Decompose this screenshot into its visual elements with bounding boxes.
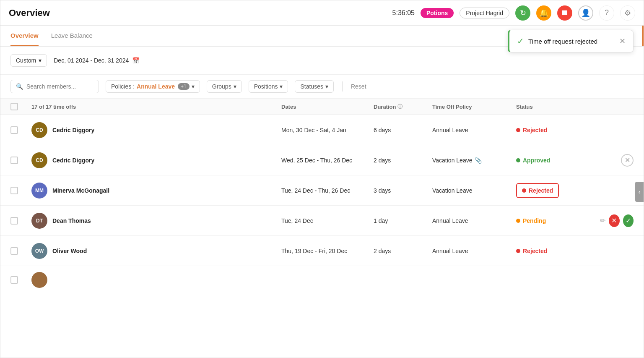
policy-3: Vacation Leave bbox=[432, 187, 516, 194]
main-content: Overview Leave Balance ✓ Time off reques… bbox=[0, 26, 644, 358]
dates-5: Thu, 19 Dec - Fri, 20 Dec bbox=[281, 248, 374, 254]
status-3: Rejected bbox=[516, 183, 559, 198]
search-input[interactable] bbox=[26, 83, 93, 90]
table-row: CD Cedric Diggory Mon, 30 Dec - Sat, 4 J… bbox=[0, 115, 644, 145]
status-label-2: Approved bbox=[523, 157, 550, 164]
info-icon: ⓘ bbox=[397, 103, 402, 110]
status-5: Rejected bbox=[516, 248, 600, 254]
attachment-icon: 📎 bbox=[475, 157, 482, 164]
status-cell-highlighted: Rejected bbox=[516, 183, 600, 198]
date-range-picker[interactable]: Dec, 01 2024 - Dec, 31 2024 📅 bbox=[54, 57, 139, 64]
member-cell-1: CD Cedric Diggory bbox=[31, 122, 281, 138]
status-label-5: Rejected bbox=[523, 248, 547, 254]
top-bar: Overview 5:36:05 Potions Project Hagrid … bbox=[0, 0, 644, 26]
actions-2[interactable]: ✕ bbox=[600, 154, 634, 167]
status-dot-1 bbox=[516, 128, 520, 132]
actions-4[interactable]: ✏ ✕ ✓ bbox=[600, 214, 634, 227]
reset-button[interactable]: Reset bbox=[351, 83, 366, 90]
search-icon: 🔍 bbox=[16, 83, 23, 90]
avatar-4: DT bbox=[31, 213, 47, 229]
duration-2: 2 days bbox=[374, 157, 432, 164]
toast-check-icon: ✓ bbox=[517, 36, 524, 46]
record-button[interactable]: ⏹ bbox=[557, 5, 572, 21]
duration-header: Duration ⓘ bbox=[374, 103, 432, 110]
user-icon: 👤 bbox=[581, 8, 590, 18]
table-row: CD Cedric Diggory Wed, 25 Dec - Thu, 26 … bbox=[0, 145, 644, 175]
count-text: 17 of 17 time offs bbox=[31, 104, 76, 110]
notification-button[interactable]: 🔔 bbox=[536, 5, 551, 21]
statuses-filter[interactable]: Statuses ▾ bbox=[295, 80, 333, 93]
chevron-down-icon: ▾ bbox=[39, 57, 42, 64]
toast-close-button[interactable]: ✕ bbox=[619, 37, 626, 46]
custom-label: Custom bbox=[16, 57, 36, 64]
status-2: Approved bbox=[516, 157, 600, 164]
cancel-button-2[interactable]: ✕ bbox=[621, 154, 634, 167]
row-checkbox-3[interactable] bbox=[10, 187, 31, 194]
status-4: Pending bbox=[516, 217, 600, 224]
member-name-4: Dean Thomas bbox=[52, 217, 91, 224]
duration-4: 1 day bbox=[374, 217, 432, 224]
sync-button[interactable]: ↻ bbox=[515, 5, 530, 21]
dates-3: Tue, 24 Dec - Thu, 26 Dec bbox=[281, 187, 374, 194]
table-row: MM Minerva McGonagall Tue, 24 Dec - Thu,… bbox=[0, 175, 644, 206]
member-name-5: Oliver Wood bbox=[52, 248, 87, 254]
chevron-down-icon: ▾ bbox=[280, 83, 283, 90]
status-dot-3 bbox=[522, 188, 526, 193]
row-checkbox-4[interactable] bbox=[10, 217, 31, 225]
status-label-3: Rejected bbox=[529, 187, 553, 194]
table-header: 17 of 17 time offs Dates Duration ⓘ Time… bbox=[0, 99, 644, 115]
edit-button-4[interactable]: ✏ bbox=[600, 217, 605, 225]
row-checkbox-5[interactable] bbox=[10, 247, 31, 255]
tab-overview[interactable]: Overview bbox=[10, 26, 39, 46]
settings-button[interactable]: ⚙ bbox=[620, 5, 635, 21]
row-checkbox-1[interactable] bbox=[10, 126, 31, 134]
groups-filter[interactable]: Groups ▾ bbox=[207, 80, 242, 93]
member-cell-2: CD Cedric Diggory bbox=[31, 152, 281, 168]
search-filter-row: 🔍 Policies : Annual Leave +1 ▾ Groups ▾ … bbox=[0, 75, 644, 99]
tab-leave-balance[interactable]: Leave Balance bbox=[51, 26, 93, 46]
policy-1: Annual Leave bbox=[432, 127, 516, 133]
row-checkbox-6[interactable] bbox=[10, 276, 31, 284]
chevron-left-icon: ‹ bbox=[639, 188, 641, 195]
avatar-1: CD bbox=[31, 122, 47, 138]
member-name-2: Cedric Diggory bbox=[52, 157, 94, 164]
policies-filter[interactable]: Policies : Annual Leave +1 ▾ bbox=[106, 80, 200, 93]
policy-2: Vacation Leave 📎 bbox=[432, 157, 516, 164]
policy-5: Annual Leave bbox=[432, 248, 516, 254]
positions-label: Positions bbox=[254, 83, 278, 90]
side-collapse-button[interactable]: ‹ bbox=[635, 182, 644, 202]
settings-icon: ⚙ bbox=[624, 8, 631, 18]
status-1: Rejected bbox=[516, 127, 600, 133]
project-hagrid[interactable]: Project Hagrid bbox=[460, 8, 509, 18]
policy-4: Annual Leave bbox=[432, 217, 516, 224]
table-row: OW Oliver Wood Thu, 19 Dec - Fri, 20 Dec… bbox=[0, 236, 644, 266]
duration-5: 2 days bbox=[374, 248, 432, 254]
duration-1: 6 days bbox=[374, 127, 432, 133]
approve-button-4[interactable]: ✓ bbox=[623, 214, 634, 227]
help-button[interactable]: ? bbox=[599, 5, 614, 21]
groups-label: Groups bbox=[212, 83, 231, 90]
table-row-partial bbox=[0, 266, 644, 294]
reject-button-4[interactable]: ✕ bbox=[609, 214, 620, 227]
member-cell-6 bbox=[31, 272, 281, 288]
avatar-6 bbox=[31, 272, 47, 288]
status-header: Status bbox=[516, 104, 600, 110]
sync-icon: ↻ bbox=[520, 8, 526, 18]
date-range-text: Dec, 01 2024 - Dec, 31 2024 bbox=[54, 57, 129, 64]
member-cell-3: MM Minerva McGonagall bbox=[31, 183, 281, 199]
duration-3: 3 days bbox=[374, 187, 432, 194]
row-checkbox-2[interactable] bbox=[10, 157, 31, 164]
custom-dropdown[interactable]: Custom ▾ bbox=[10, 54, 47, 67]
help-icon: ? bbox=[605, 8, 609, 17]
policies-label: Policies : bbox=[111, 83, 135, 90]
toast-notification: ✓ Time off request rejected ✕ bbox=[508, 30, 634, 52]
bell-icon: 🔔 bbox=[539, 8, 548, 18]
potions-badge[interactable]: Potions bbox=[421, 8, 454, 18]
positions-filter[interactable]: Positions ▾ bbox=[249, 80, 288, 93]
status-label-4: Pending bbox=[523, 217, 546, 224]
search-box[interactable]: 🔍 bbox=[10, 80, 99, 93]
user-button[interactable]: 👤 bbox=[578, 5, 593, 21]
select-all-checkbox[interactable] bbox=[10, 103, 31, 110]
calendar-icon: 📅 bbox=[132, 57, 139, 64]
chevron-down-icon: ▾ bbox=[192, 83, 195, 90]
